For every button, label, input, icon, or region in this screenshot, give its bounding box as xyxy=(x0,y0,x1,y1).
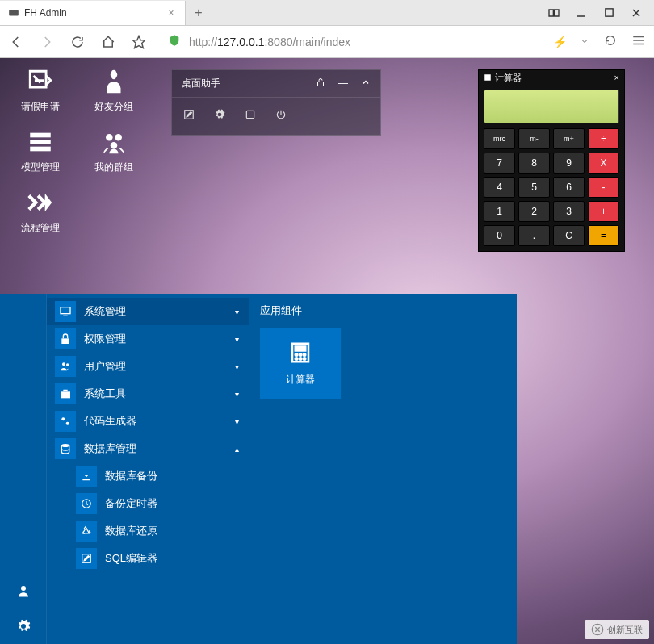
power-icon[interactable] xyxy=(275,109,287,123)
svg-rect-0 xyxy=(9,10,19,15)
menu-item-system[interactable]: 系统管理 ▾ xyxy=(47,298,249,325)
calculator-close-icon[interactable]: × xyxy=(614,73,619,82)
svg-rect-19 xyxy=(246,111,254,118)
refresh-button[interactable] xyxy=(69,34,86,50)
start-right-pane: 应用组件 计算器 xyxy=(249,294,517,644)
menu-item-permission[interactable]: 权限管理 ▾ xyxy=(47,325,249,353)
calc-btn-mplus[interactable]: m+ xyxy=(553,128,585,149)
new-tab-button[interactable]: + xyxy=(186,1,212,25)
nav-bar: http://127.0.0.1:8080/main/index ⚡ xyxy=(0,26,654,58)
svg-rect-22 xyxy=(61,307,70,314)
svg-point-14 xyxy=(106,134,113,141)
collapse-icon[interactable] xyxy=(361,77,371,90)
desktop-icon-model[interactable]: 模型管理 xyxy=(10,128,70,174)
desktop-icon-flow[interactable]: 流程管理 xyxy=(10,189,70,235)
back-button[interactable] xyxy=(8,34,24,50)
submenu-db-restore[interactable]: 数据库还原 xyxy=(47,517,249,545)
calc-btn-5[interactable]: 5 xyxy=(518,177,550,198)
menu-item-codegen[interactable]: 代码生成器 ▾ xyxy=(47,408,249,435)
tab-close-icon[interactable]: × xyxy=(166,7,177,19)
calc-btn-6[interactable]: 6 xyxy=(553,177,585,198)
home-button[interactable] xyxy=(100,34,116,50)
calculator-keypad: mrc m- m+ ÷ 7 8 9 X 4 5 6 - 1 2 3 + 0 . … xyxy=(479,128,624,246)
calc-btn-plus[interactable]: + xyxy=(588,201,619,222)
calc-btn-4[interactable]: 4 xyxy=(484,177,515,198)
calc-btn-mrc[interactable]: mrc xyxy=(484,128,515,149)
assistant-header[interactable]: 桌面助手 — xyxy=(172,70,380,98)
submenu-backup-timer[interactable]: 备份定时器 xyxy=(47,490,249,517)
submenu-label: SQL编辑器 xyxy=(105,551,157,566)
calc-btn-8[interactable]: 8 xyxy=(518,153,550,174)
dropdown-icon[interactable] xyxy=(580,35,589,49)
calc-btn-7[interactable]: 7 xyxy=(484,153,515,174)
calc-btn-0[interactable]: 0 xyxy=(484,225,515,246)
calc-btn-1[interactable]: 1 xyxy=(484,201,515,222)
close-window-icon[interactable] xyxy=(630,6,643,19)
calc-btn-divide[interactable]: ÷ xyxy=(588,128,619,149)
calc-btn-equals[interactable]: = xyxy=(588,225,619,246)
menu-item-tools[interactable]: 系统工具 ▾ xyxy=(47,380,249,408)
calc-btn-9[interactable]: 9 xyxy=(553,153,585,174)
menu-label: 数据库管理 xyxy=(84,441,136,456)
submenu-label: 备份定时器 xyxy=(105,496,157,511)
menu-item-users[interactable]: 用户管理 ▾ xyxy=(47,353,249,380)
calc-btn-multiply[interactable]: X xyxy=(588,153,619,174)
calculator-display xyxy=(484,90,619,123)
svg-line-3 xyxy=(633,10,639,16)
gears-icon xyxy=(55,411,76,432)
user-icon[interactable] xyxy=(0,573,46,608)
stop-icon[interactable] xyxy=(245,109,256,123)
edit-icon[interactable] xyxy=(183,109,195,123)
chevron-down-icon: ▾ xyxy=(235,390,239,399)
assistant-panel: 桌面助手 — xyxy=(171,69,381,136)
forward-button[interactable] xyxy=(39,34,55,50)
icon-label: 好友分组 xyxy=(94,100,133,114)
desktop-icon-groups[interactable]: 我的群组 xyxy=(83,128,144,174)
calculator-title-bar[interactable]: 计算器 × xyxy=(479,70,624,85)
viewport: 请假申请 好友分组 模型管理 我的群组 xyxy=(0,58,654,644)
svg-point-39 xyxy=(300,358,302,360)
submenu-sql-editor[interactable]: SQL编辑器 xyxy=(47,545,249,572)
unlock-icon[interactable] xyxy=(316,77,325,90)
calc-btn-c[interactable]: C xyxy=(553,225,585,246)
settings-icon[interactable] xyxy=(0,608,46,644)
address-bar[interactable]: http://127.0.0.1:8080/main/index xyxy=(161,31,539,52)
browser-tab[interactable]: FH Admin × xyxy=(0,1,186,25)
favorite-button[interactable] xyxy=(131,34,147,50)
svg-rect-33 xyxy=(292,343,308,362)
menu-label: 权限管理 xyxy=(84,332,126,346)
calculator-panel: 计算器 × mrc m- m+ ÷ 7 8 9 X 4 5 6 - 1 2 3 … xyxy=(478,69,625,252)
svg-rect-34 xyxy=(296,346,306,350)
desktop-icon-leave[interactable]: 请假申请 xyxy=(10,68,70,114)
chevron-up-icon: ▴ xyxy=(235,445,239,454)
svg-point-29 xyxy=(66,422,69,425)
calc-btn-minus[interactable]: - xyxy=(588,177,619,198)
minimize-icon[interactable] xyxy=(575,6,588,19)
calc-btn-mminus[interactable]: m- xyxy=(518,128,550,149)
menu-item-database[interactable]: 数据库管理 ▴ xyxy=(47,435,249,462)
app-tile-calculator[interactable]: 计算器 xyxy=(260,328,341,399)
gear-icon[interactable] xyxy=(214,109,225,123)
history-icon[interactable] xyxy=(602,34,618,50)
icon-label: 流程管理 xyxy=(21,221,60,235)
svg-rect-12 xyxy=(30,140,51,144)
icon-label: 我的群组 xyxy=(94,161,133,174)
maximize-icon[interactable] xyxy=(602,6,615,19)
calc-btn-dot[interactable]: . xyxy=(518,225,550,246)
submenu-db-backup[interactable]: 数据库备份 xyxy=(47,462,249,490)
minimize-panel-icon[interactable]: — xyxy=(338,77,348,90)
menu-icon[interactable] xyxy=(631,33,646,51)
desktop-icon-friends[interactable]: 好友分组 xyxy=(83,68,144,114)
chevron-down-icon: ▾ xyxy=(235,362,239,371)
calc-btn-3[interactable]: 3 xyxy=(553,201,585,222)
calc-btn-2[interactable]: 2 xyxy=(518,201,550,222)
svg-point-38 xyxy=(296,358,298,360)
svg-rect-32 xyxy=(82,554,91,563)
svg-point-31 xyxy=(82,500,91,508)
url-text: http://127.0.0.1:8080/main/index xyxy=(189,36,350,48)
reading-mode-icon[interactable] xyxy=(547,6,560,19)
start-menu: 系统管理 ▾ 权限管理 ▾ 用户管理 ▾ 系统工具 ▾ xyxy=(0,294,517,644)
users-icon xyxy=(55,356,76,377)
bolt-icon[interactable]: ⚡ xyxy=(553,36,567,48)
svg-point-15 xyxy=(115,134,122,141)
